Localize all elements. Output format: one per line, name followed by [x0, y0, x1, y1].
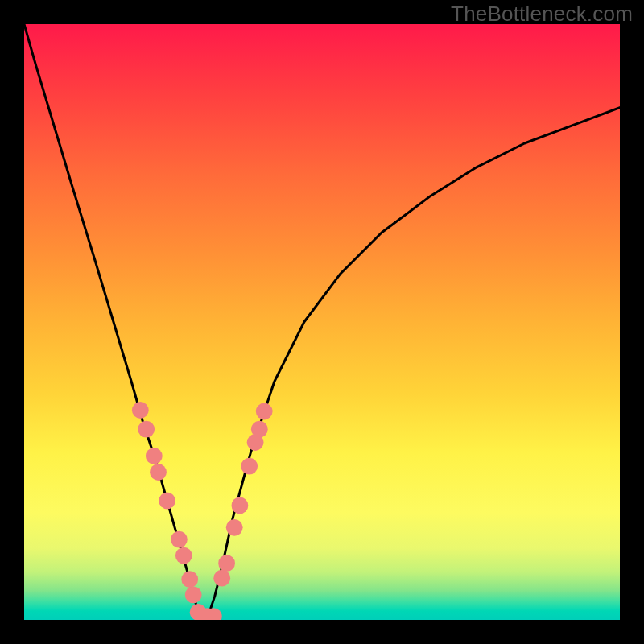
- highlight-dot: [256, 403, 273, 420]
- highlight-dot: [171, 531, 188, 548]
- highlight-dots: [132, 402, 273, 620]
- highlight-dot: [150, 464, 167, 481]
- highlight-dot: [226, 519, 243, 536]
- highlight-dot: [146, 448, 163, 464]
- highlight-dot: [213, 570, 230, 587]
- highlight-dot: [175, 547, 192, 564]
- highlight-dot: [138, 421, 155, 438]
- highlight-dot: [218, 555, 235, 572]
- highlight-dot: [232, 497, 249, 514]
- highlight-dot: [159, 493, 175, 510]
- watermark-label: TheBottleneck.com: [451, 3, 633, 24]
- highlight-dot: [241, 458, 258, 475]
- bottleneck-curve: [24, 24, 620, 620]
- plot-area: [24, 24, 620, 620]
- highlight-dot: [132, 402, 149, 419]
- chart-svg: [24, 24, 620, 620]
- highlight-dot: [181, 571, 198, 588]
- highlight-dot: [251, 421, 268, 438]
- highlight-dot: [185, 587, 202, 604]
- chart-frame: TheBottleneck.com: [0, 0, 644, 644]
